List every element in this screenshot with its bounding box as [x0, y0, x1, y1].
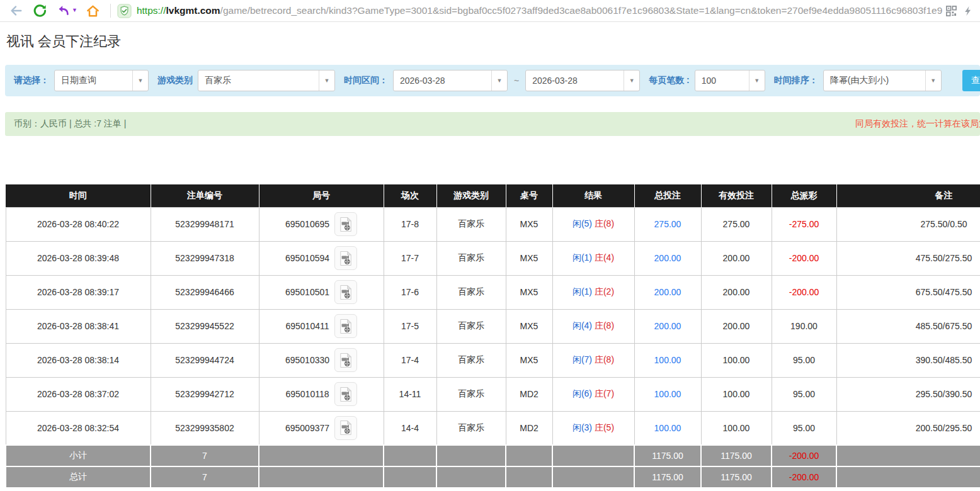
- date-from-select[interactable]: 2026-03-28 ▼: [393, 70, 508, 91]
- date-from-value: 2026-03-28: [394, 76, 445, 86]
- summary-bar: 币别：人民币 | 总共 :7 注单 | 同局有效投注，统一计算在该局第: [5, 112, 980, 136]
- page-size-select[interactable]: 100 ▼: [695, 70, 765, 91]
- cell-result: 闲(3) 庄(5): [552, 411, 634, 445]
- cell-game-type: 百家乐: [436, 275, 506, 309]
- cell-round-no: 695010411: [259, 309, 384, 343]
- cell-note: 200.50/295.50: [836, 411, 980, 445]
- search-button[interactable]: 查询: [962, 70, 980, 91]
- summary-total-bet: 1175.00: [634, 445, 701, 466]
- result-player: 闲(7): [573, 354, 592, 364]
- page-title: 视讯 会员下注纪录: [0, 22, 980, 60]
- summary-row: 总计 7 1175.00 1175.00 -200.00: [6, 466, 980, 488]
- result-banker: 庄(4): [595, 252, 614, 262]
- sort-value: 降幂(由大到小): [824, 75, 889, 86]
- cell-total-bet: 100.00: [634, 377, 701, 411]
- round-number: 695010411: [285, 321, 329, 331]
- cell-valid-bet: 200.00: [701, 309, 772, 343]
- cell-note: 390.50/485.50: [836, 343, 980, 377]
- url-text[interactable]: https://lvkgmt.com/game/betrecord_search…: [137, 5, 942, 16]
- summary-payout: -200.00: [772, 445, 836, 466]
- url-domain: lvkgmt.com: [166, 5, 220, 16]
- cell-payout: 95.00: [772, 377, 836, 411]
- summary-empty: [836, 466, 980, 488]
- summary-empty: [384, 466, 436, 488]
- cell-game-type: 百家乐: [436, 309, 506, 343]
- col-time: 时间: [6, 184, 151, 207]
- summary-row: 小计 7 1175.00 1175.00 -200.00: [6, 445, 980, 466]
- summary-count: 7: [151, 445, 259, 466]
- query-type-select[interactable]: 日期查询 ▼: [54, 70, 149, 91]
- game-type-label: 游戏类别: [157, 75, 193, 86]
- cell-table-no: MD2: [506, 377, 552, 411]
- tilde-separator: ~: [514, 76, 519, 86]
- summary-valid-bet: 1175.00: [701, 466, 772, 488]
- cell-session: 17-7: [384, 241, 436, 275]
- result-player: 闲(1): [573, 252, 592, 262]
- cell-session: 17-8: [384, 207, 436, 241]
- date-to-select[interactable]: 2026-03-28 ▼: [525, 70, 640, 91]
- cell-time: 2026-03-28 08:38:14: [6, 343, 151, 377]
- summary-empty: [552, 466, 634, 488]
- cell-payout: -200.00: [772, 275, 836, 309]
- summary-empty: [506, 466, 552, 488]
- video-replay-button[interactable]: [334, 382, 357, 406]
- video-replay-button[interactable]: [334, 348, 357, 372]
- undo-icon[interactable]: [54, 2, 73, 20]
- cell-payout: 95.00: [772, 343, 836, 377]
- cell-total-bet: 100.00: [634, 411, 701, 445]
- col-session: 场次: [384, 184, 436, 207]
- table-row: 2026-03-28 08:32:54 523299935802 6950093…: [6, 411, 980, 445]
- result-banker: 庄(5): [595, 422, 614, 432]
- back-icon[interactable]: [6, 2, 25, 20]
- chevron-down-icon: ▼: [925, 71, 941, 91]
- cell-valid-bet: 100.00: [701, 343, 772, 377]
- url-scheme: https://: [137, 5, 166, 16]
- home-icon[interactable]: [84, 2, 103, 20]
- chevron-down-icon: ▼: [132, 71, 148, 91]
- cell-round-no: 695010118: [259, 377, 384, 411]
- summary-empty: [506, 445, 552, 466]
- col-game-type: 游戏类别: [436, 184, 506, 207]
- cell-time: 2026-03-28 08:38:41: [6, 309, 151, 343]
- undo-dropdown-icon[interactable]: ▼: [72, 7, 77, 13]
- cell-valid-bet: 100.00: [701, 377, 772, 411]
- col-valid-bet: 有效投注: [701, 184, 772, 207]
- sort-select[interactable]: 降幂(由大到小) ▼: [823, 70, 942, 91]
- summary-total-bet: 1175.00: [634, 466, 701, 488]
- video-replay-button[interactable]: [334, 280, 357, 304]
- cell-round-no: 695010594: [259, 241, 384, 275]
- cell-bet-no: 523299944724: [151, 343, 259, 377]
- summary-empty: [552, 445, 634, 466]
- cell-result: 闲(6) 庄(7): [552, 377, 634, 411]
- chevron-down-icon: ▼: [491, 71, 507, 91]
- col-total-bet: 总投注: [634, 184, 701, 207]
- result-player: 闲(5): [573, 218, 592, 229]
- table-row: 2026-03-28 08:40:22 523299948171 6950106…: [6, 207, 980, 241]
- cell-table-no: MX5: [506, 275, 552, 309]
- filter-panel: 请选择： 日期查询 ▼ 游戏类别 百家乐 ▼ 时间区间： 2026-03-28 …: [5, 65, 980, 96]
- url-path: /game/betrecord_search/kind3?GameType=30…: [220, 5, 942, 16]
- reload-icon[interactable]: [30, 2, 49, 20]
- address-bar[interactable]: https://lvkgmt.com/game/betrecord_search…: [117, 4, 942, 18]
- video-replay-button[interactable]: [334, 314, 357, 338]
- bet-records-table-wrapper: 时间 注单编号 局号 场次 游戏类别 桌号 结果 总投注 有效投注 总派彩 备注…: [5, 184, 980, 488]
- summary-empty: [259, 466, 384, 488]
- cell-table-no: MD2: [506, 411, 552, 445]
- game-type-select[interactable]: 百家乐 ▼: [198, 70, 335, 91]
- cell-note: 485.50/675.50: [836, 309, 980, 343]
- qr-code-icon[interactable]: [946, 6, 957, 16]
- cell-payout: 95.00: [772, 411, 836, 445]
- summary-empty: [836, 445, 980, 466]
- table-row: 2026-03-28 08:38:14 523299944724 6950103…: [6, 343, 980, 377]
- lightning-icon[interactable]: [963, 5, 974, 17]
- video-replay-button[interactable]: [334, 246, 357, 270]
- cell-bet-no: 523299947318: [151, 241, 259, 275]
- cell-round-no: 695010695: [259, 207, 384, 241]
- chevron-down-icon: ▼: [749, 71, 765, 91]
- cell-valid-bet: 275.00: [701, 207, 772, 241]
- video-replay-button[interactable]: [334, 416, 357, 440]
- cell-result: 闲(7) 庄(8): [552, 343, 634, 377]
- video-replay-button[interactable]: [334, 212, 357, 236]
- cell-round-no: 695010501: [259, 275, 384, 309]
- summary-count: 7: [151, 466, 259, 488]
